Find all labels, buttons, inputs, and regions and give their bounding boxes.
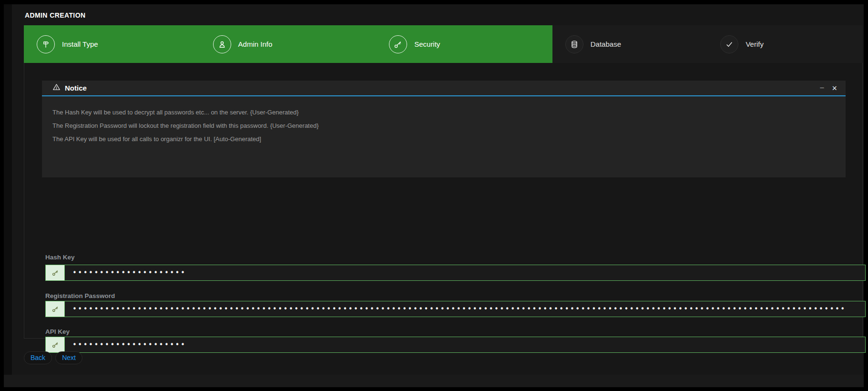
registration-password-group [45, 301, 866, 317]
key-icon [389, 35, 407, 53]
api-key-label: API Key [45, 328, 70, 335]
notice-body: The Hash Key will be used to decrypt all… [42, 96, 846, 177]
hash-key-group [45, 265, 866, 281]
wizard-stepper: Install Type Admin Info [24, 25, 863, 63]
notice-title: Notice [65, 84, 87, 92]
step-admin-info[interactable]: Admin Info [200, 25, 377, 63]
notice-controls: − × [820, 84, 837, 93]
database-icon [565, 35, 583, 53]
step-label: Install Type [62, 40, 98, 48]
minimize-icon[interactable]: − [820, 84, 825, 92]
page-title: ADMIN CREATION [25, 11, 85, 19]
step-label: Database [591, 40, 621, 48]
back-button[interactable]: Back [24, 351, 52, 364]
notice-line: The Registration Password will lockout t… [52, 119, 835, 133]
footer-strip [4, 375, 864, 387]
key-icon [46, 265, 65, 280]
hash-key-input[interactable] [65, 265, 865, 280]
notice-line: The API Key will be used for all calls t… [52, 133, 835, 146]
step-install-type[interactable]: Install Type [24, 25, 200, 63]
api-key-group [45, 337, 866, 353]
registration-password-input[interactable] [65, 301, 865, 317]
wizard-card: Notice − × The Hash Key will be used to … [24, 63, 863, 339]
step-security[interactable]: Security [376, 25, 552, 63]
warning-icon [52, 83, 61, 93]
step-database[interactable]: Database [552, 25, 708, 63]
api-key-input[interactable] [65, 337, 865, 352]
next-button[interactable]: Next [55, 351, 82, 364]
key-icon [46, 301, 65, 317]
hash-key-label: Hash Key [45, 254, 75, 261]
notice-header: Notice − × [42, 81, 846, 96]
wizard-actions: Back Next [24, 351, 82, 364]
step-label: Security [414, 40, 440, 48]
notice-panel: Notice − × The Hash Key will be used to … [42, 81, 846, 177]
registration-password-label: Registration Password [45, 292, 115, 299]
notice-line: The Hash Key will be used to decrypt all… [52, 106, 835, 119]
step-label: Admin Info [238, 40, 273, 48]
step-label: Verify [745, 40, 764, 48]
close-icon[interactable]: × [832, 84, 837, 93]
user-icon [213, 35, 231, 53]
check-icon [720, 35, 738, 53]
main-content: ADMIN CREATION Install Type [12, 4, 864, 375]
step-verify[interactable]: Verify [707, 25, 863, 63]
key-icon [46, 337, 65, 352]
app-window: ADMIN CREATION Install Type [4, 4, 864, 387]
signpost-icon [37, 35, 55, 53]
